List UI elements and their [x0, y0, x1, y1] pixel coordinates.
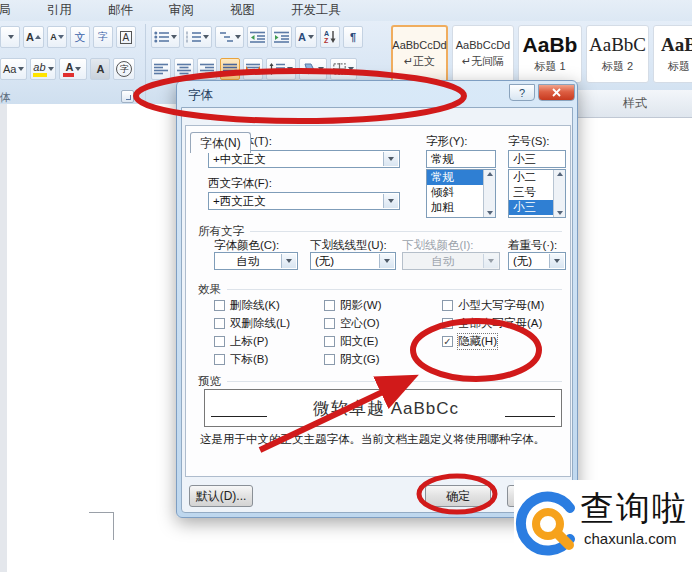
show-formatting-marks-icon[interactable]: ¶ [343, 26, 363, 48]
font-group-row1: A A 文 字 A [0, 26, 136, 48]
style-card-no-spacing[interactable]: AaBbCcDd ↵无间隔 [452, 25, 514, 83]
list-item[interactable]: 小二 [509, 170, 553, 185]
style-card-heading3[interactable]: AaB 标题 [653, 25, 692, 83]
ok-button[interactable]: 确定 [425, 485, 491, 507]
chevron-down-icon[interactable] [383, 194, 398, 208]
character-shading-icon[interactable]: A [90, 58, 110, 80]
ribbon-tab-view[interactable]: 视图 [230, 2, 255, 19]
chevron-down-icon[interactable] [281, 254, 296, 268]
checkbox-subscript[interactable]: 下标(B) [214, 352, 268, 367]
ribbon-tab-review[interactable]: 审阅 [169, 2, 194, 19]
font-size-list[interactable]: 小二 三号 小三 [508, 169, 566, 218]
list-item[interactable]: 倾斜 [427, 185, 483, 200]
justify-icon[interactable] [220, 58, 240, 80]
list-item[interactable]: 常规 [427, 170, 483, 185]
font-style-input[interactable]: 常规 [426, 150, 496, 168]
scroll-up-icon[interactable] [487, 172, 493, 176]
borders-icon[interactable] [330, 58, 357, 80]
watermark-name: 查询啦 [580, 486, 688, 532]
font-dialog-launcher-icon[interactable] [121, 90, 134, 103]
sort-icon[interactable]: AZ [320, 26, 340, 48]
list-item[interactable]: 小三 [509, 200, 553, 215]
underline-style-combo[interactable]: (无) [310, 252, 396, 270]
chevron-down-icon[interactable] [379, 254, 394, 268]
ribbon-tab-developer[interactable]: 开发工具 [291, 2, 341, 19]
style-card-heading1[interactable]: AaBb 标题 1 [518, 25, 582, 83]
help-icon: ? [519, 87, 525, 99]
chevron-down-icon[interactable] [383, 152, 398, 166]
chevron-down-icon[interactable] [549, 254, 564, 268]
shading-icon[interactable] [299, 58, 327, 80]
font-size-label: 字号(S): [508, 134, 550, 149]
list-item[interactable]: 三号 [509, 185, 553, 200]
style-card-normal[interactable]: AaBbCcDd ↵正文 [391, 25, 448, 83]
shrink-font-icon[interactable]: A [47, 26, 67, 48]
checkbox-engrave[interactable]: 阴文(G) [324, 352, 380, 367]
scroll-down-icon[interactable] [487, 211, 493, 215]
change-case-icon[interactable]: Aa [0, 58, 27, 80]
grow-font-icon[interactable]: A [23, 26, 44, 48]
watermark-url: chaxunla.com [584, 530, 677, 547]
preview-box: 微软卓越 AaBbCc [204, 389, 562, 427]
checkbox-emboss[interactable]: 阳文(E) [324, 334, 378, 349]
character-case-icon[interactable]: 字 [93, 26, 113, 48]
decrease-indent-icon[interactable] [247, 26, 268, 48]
styles-gallery: AaBbCcDd ↵正文 AaBbCcDd ↵无间隔 AaBb 标题 1 AaB… [391, 25, 692, 87]
increase-indent-icon[interactable] [271, 26, 292, 48]
checkbox-all-caps[interactable]: 全部大写字母(A) [442, 316, 542, 331]
asian-layout-icon[interactable]: A [295, 26, 317, 48]
font-dialog: 字体 ? 字体(N) 字符间距(R) 中文字体(T): 字形(Y): 字号(S)… [176, 80, 578, 518]
tab-font[interactable]: 字体(N) [190, 132, 251, 153]
font-color-combo[interactable]: 自动 [214, 252, 298, 270]
checkbox-double-strikethrough[interactable]: 双删除线(L) [214, 316, 290, 331]
group-separator [145, 24, 146, 102]
preview-text: 微软卓越 AaBbCc [313, 397, 459, 420]
scroll-down-icon[interactable] [557, 211, 563, 215]
return-mark-icon: ↵ [462, 55, 471, 67]
font-color-icon[interactable]: A [59, 58, 87, 80]
list-item[interactable]: 加粗 [427, 200, 483, 215]
bullets-icon[interactable] [151, 26, 180, 48]
distribute-icon[interactable] [243, 58, 263, 80]
enclose-character-icon[interactable]: 字 [113, 58, 135, 80]
close-icon [552, 88, 561, 97]
ribbon-tab-references[interactable]: 引用 [47, 2, 72, 19]
align-right-icon[interactable] [197, 58, 217, 80]
emphasis-mark-combo[interactable]: (无) [508, 252, 566, 270]
dialog-titlebar[interactable]: 字体 ? [177, 81, 577, 107]
font-size-input[interactable]: 小三 [508, 150, 566, 168]
checkbox-strikethrough[interactable]: 删除线(K) [214, 298, 280, 313]
font-style-list[interactable]: 常规 倾斜 加粗 [426, 169, 496, 218]
word-window: 布局 引用 邮件 审阅 视图 开发工具 A A 文 字 A Aa ab A A … [0, 0, 692, 572]
underline-style-label: 下划线线型(U): [310, 238, 387, 253]
default-button[interactable]: 默认(D)... [189, 485, 253, 507]
checkbox-outline[interactable]: 空心(O) [324, 316, 380, 331]
text-highlight-icon[interactable]: ab [30, 58, 56, 80]
document-left-edge [0, 104, 7, 572]
check-icon: ✓ [443, 337, 451, 347]
font-group-row2: Aa ab A A 字 [0, 58, 135, 80]
checkbox-shadow[interactable]: 阴影(W) [324, 298, 382, 313]
ribbon-tab-mailings[interactable]: 邮件 [108, 2, 133, 19]
multilevel-list-icon[interactable] [215, 26, 244, 48]
ribbon-tab-layout[interactable]: 布局 [0, 2, 11, 19]
style-card-heading2[interactable]: AaBbC 标题 2 [586, 25, 649, 83]
checkbox-superscript[interactable]: 上标(P) [214, 334, 268, 349]
align-center-icon[interactable] [174, 58, 194, 80]
scroll-up-icon[interactable] [557, 172, 563, 176]
align-left-icon[interactable] [151, 58, 171, 80]
line-spacing-icon[interactable] [266, 58, 296, 80]
scrollbar[interactable] [553, 170, 565, 217]
checkbox-small-caps[interactable]: 小型大写字母(M) [442, 298, 544, 313]
western-font-combo[interactable]: +西文正文 [208, 192, 400, 210]
checkbox-hidden[interactable]: ✓隐藏(H) [442, 334, 497, 349]
scrollbar[interactable] [483, 170, 495, 217]
font-group-label: 体 [0, 90, 11, 105]
font-size-dropdown-icon[interactable] [0, 26, 20, 48]
phonetic-guide-icon[interactable]: 文 [70, 26, 90, 48]
numbering-icon[interactable] [183, 26, 212, 48]
close-button[interactable] [538, 84, 575, 101]
effects-section-header: 效果 [198, 282, 562, 297]
help-button[interactable]: ? [509, 84, 535, 101]
character-border-icon[interactable]: A [116, 26, 136, 48]
